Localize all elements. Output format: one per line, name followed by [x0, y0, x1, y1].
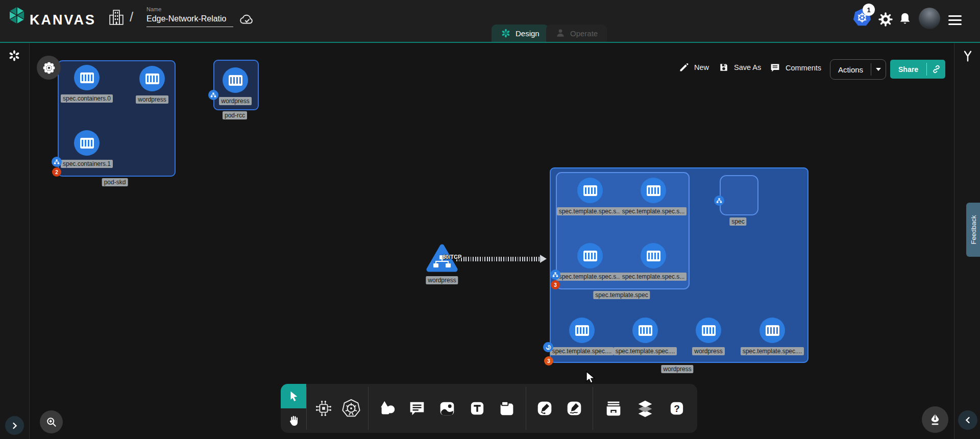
- node-template-1[interactable]: spec.template.spec.s...: [618, 178, 689, 215]
- node-template-3[interactable]: spec.template.spec.s...: [618, 243, 689, 281]
- tab-operate[interactable]: Operate: [546, 25, 607, 42]
- spec-relationship-icon[interactable]: [714, 196, 724, 206]
- share-split-button[interactable]: Share: [890, 60, 945, 79]
- text-tool-button[interactable]: [466, 397, 488, 420]
- new-label: New: [694, 63, 709, 71]
- container-icon[interactable]: [577, 243, 603, 269]
- node-deployment-1[interactable]: spec.template.spec....: [609, 318, 681, 355]
- new-design-button[interactable]: New: [679, 62, 709, 72]
- node-wordpress-skd[interactable]: wordpress: [116, 66, 188, 104]
- breadcrumb-separator: /: [130, 9, 133, 25]
- comments-button[interactable]: Comments: [770, 62, 821, 73]
- node-wordpress-rcc[interactable]: wordpress: [200, 67, 271, 105]
- image-tool-button[interactable]: [436, 397, 458, 420]
- kubernetes-tool-button[interactable]: [340, 397, 362, 420]
- user-avatar[interactable]: [919, 8, 940, 29]
- node-label: spec.template.spec.s...: [620, 273, 687, 281]
- svg-text:?: ?: [674, 403, 680, 414]
- node-label: spec.template.spec.s...: [557, 207, 624, 215]
- node-template-2[interactable]: spec.template.spec.s...: [554, 243, 626, 281]
- zoom-button[interactable]: [40, 410, 63, 433]
- select-tool-button[interactable]: [281, 384, 306, 408]
- logo-wordmark: KANVAS: [30, 12, 96, 28]
- drawer-icon: [604, 399, 623, 418]
- group-label-deployment-wordpress: wordpress: [661, 365, 693, 373]
- template-error-badge[interactable]: 3: [551, 280, 560, 289]
- layers-tool-button[interactable]: [634, 397, 656, 420]
- service-label: wordpress: [426, 276, 458, 284]
- kanvas-logo-icon[interactable]: [7, 6, 27, 25]
- note-tool-button[interactable]: [496, 397, 518, 420]
- components-tool-button[interactable]: [312, 397, 335, 420]
- actions-split-button[interactable]: Actions: [830, 59, 886, 80]
- pen-tool-button[interactable]: [533, 397, 556, 420]
- left-rail: [0, 43, 30, 439]
- tab-design[interactable]: Design: [492, 25, 549, 42]
- actions-dropdown-button[interactable]: [871, 68, 886, 71]
- collapse-right-panel-button[interactable]: [958, 410, 977, 430]
- freehand-draw-tool-button[interactable]: [563, 397, 585, 420]
- chevron-right-icon: [11, 422, 18, 429]
- operate-tab-icon: [555, 28, 566, 38]
- design-name-input[interactable]: [146, 14, 233, 27]
- container-icon[interactable]: [632, 318, 658, 343]
- help-tool-button[interactable]: ?: [666, 397, 688, 420]
- node-spec[interactable]: [720, 175, 758, 215]
- node-spec-containers-1[interactable]: spec.containers.1: [51, 130, 122, 168]
- mouse-cursor: [585, 371, 597, 385]
- node-label: spec.template.spec.s...: [620, 207, 687, 215]
- container-icon[interactable]: [696, 318, 721, 343]
- meshery-spinner-icon[interactable]: [8, 50, 20, 62]
- dock-toggle-y-icon[interactable]: [961, 49, 974, 63]
- container-icon[interactable]: [74, 65, 100, 90]
- kubernetes-context-button[interactable]: 1: [852, 8, 873, 28]
- container-icon[interactable]: [139, 66, 165, 91]
- chevron-left-icon: [964, 417, 971, 424]
- comment-tool-button[interactable]: [406, 397, 428, 420]
- deployment-relationship-icon[interactable]: [543, 342, 553, 352]
- design-name-label: Name: [146, 6, 161, 12]
- node-spec-containers-0[interactable]: spec.containers.0: [51, 65, 122, 103]
- comment-bubble-icon: [407, 399, 427, 418]
- container-icon[interactable]: [569, 318, 595, 343]
- deployment-warning-badge[interactable]: 3: [544, 356, 553, 365]
- save-floppy-icon: [719, 62, 729, 72]
- node-deployment-0[interactable]: spec.template.spec....: [546, 318, 618, 355]
- expand-left-panel-button[interactable]: [5, 416, 24, 435]
- container-icon[interactable]: [641, 178, 666, 203]
- node-deployment-3[interactable]: spec.template.spec....: [737, 318, 808, 355]
- group-collapse-button[interactable]: [37, 56, 61, 80]
- text-icon: [468, 399, 486, 418]
- container-icon[interactable]: [760, 318, 785, 343]
- node-template-0[interactable]: spec.template.spec.s...: [554, 178, 626, 215]
- notifications-bell-icon[interactable]: [898, 11, 912, 27]
- pen-path-icon: [535, 399, 554, 418]
- pod-rcc-relationship-icon[interactable]: [208, 90, 218, 100]
- node-label: spec.containers.0: [61, 94, 113, 103]
- edge-service-to-deployment[interactable]: [456, 257, 541, 261]
- organization-icon[interactable]: [108, 9, 125, 26]
- container-icon[interactable]: [74, 130, 100, 156]
- cloud-sync-icon[interactable]: [239, 13, 255, 26]
- pod-skd-relationship-icon[interactable]: [52, 157, 62, 167]
- cursor-arrow-icon: [288, 391, 299, 402]
- app-header: KANVAS / Name: [0, 0, 980, 43]
- pod-skd-error-badge[interactable]: 2: [52, 167, 61, 177]
- copy-link-button[interactable]: [927, 64, 945, 74]
- save-as-button[interactable]: Save As: [719, 62, 761, 72]
- pan-tool-button[interactable]: [281, 408, 306, 433]
- drawer-tool-button[interactable]: [602, 397, 625, 420]
- feedback-tab[interactable]: Feedback: [966, 203, 980, 257]
- settings-gear-icon[interactable]: [878, 12, 893, 27]
- container-icon[interactable]: [223, 67, 248, 93]
- shapes-tool-button[interactable]: [376, 397, 399, 420]
- template-relationship-icon[interactable]: [550, 270, 560, 280]
- container-icon[interactable]: [641, 243, 666, 269]
- zoom-in-icon: [45, 416, 58, 428]
- node-deployment-wordpress[interactable]: wordpress: [673, 318, 744, 355]
- container-icon[interactable]: [577, 178, 603, 203]
- group-label-spec-template-spec: spec.template.spec: [593, 291, 650, 299]
- hamburger-menu-icon[interactable]: [948, 13, 962, 28]
- node-label: spec.template.spec....: [741, 347, 804, 355]
- whiteboard-pen-button[interactable]: [922, 406, 948, 433]
